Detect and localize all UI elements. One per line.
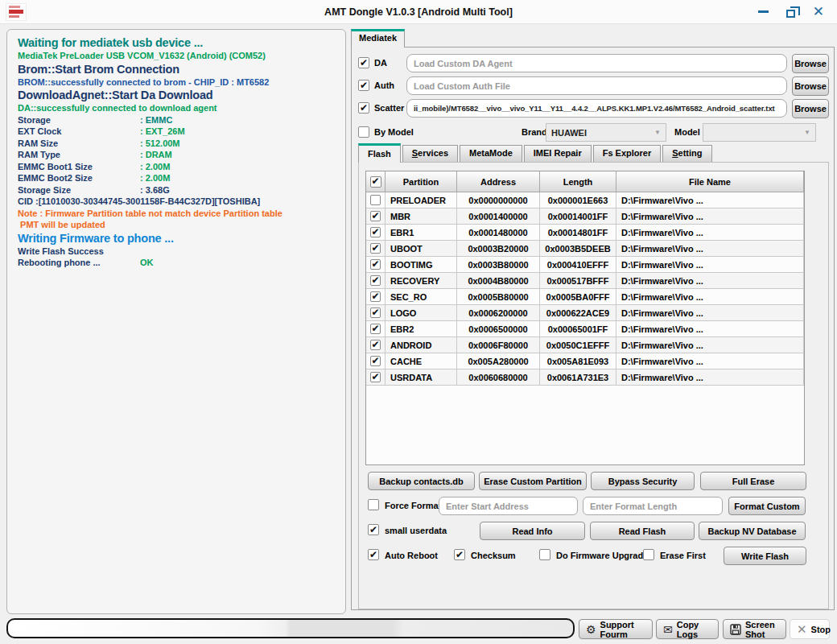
table-row: ✔EBR10x00014800000x00014801FFD:\Firmware… [366,225,804,241]
row-checkbox[interactable]: ✔ [370,356,381,366]
small-userdata-checkbox[interactable]: ✔ [368,524,379,535]
log-line: PMT will be updated [18,219,335,231]
row-checkbox[interactable]: ✔ [370,275,381,286]
table-row: ✔SEC_RO0x0005B800000x0005BA0FFFD:\Firmwa… [366,289,804,305]
log-line: EMMC Boot2 Size: 2.00M [18,172,335,184]
erase-first-checkbox[interactable] [643,549,654,560]
scatter-checkbox[interactable]: ✔ [358,102,369,114]
floppy-icon [730,624,741,635]
row-checkbox[interactable]: ✔ [370,324,381,334]
log-value: : 3.68G [140,184,170,196]
button-backup-nv-database[interactable]: Backup NV Database [699,522,806,540]
row-checkbox[interactable]: ✔ [370,259,381,270]
check-icon: ✔ [371,341,379,349]
select-all-checkbox[interactable]: ✔ [370,176,381,188]
tab-setting[interactable]: Setting [662,145,711,162]
button-stop[interactable]: ✕Stop [790,619,830,639]
da-checkbox[interactable]: ✔ [358,57,369,68]
partition-cell: CACHE [386,353,457,369]
button-copy-logs[interactable]: ✉Copy Logs [656,619,719,639]
check-icon: ✔ [371,308,379,316]
da-browse-button[interactable]: Browse [792,54,829,73]
length-cell: 0x000622ACE9 [540,305,616,321]
check-icon: ✔ [371,373,379,381]
table-header-row: ✔PartitionAddressLengthFile Name [366,171,804,192]
row-checkbox[interactable]: ✔ [370,227,381,237]
row-checkbox[interactable]: ✔ [370,211,381,221]
row-checkbox[interactable]: ✔ [370,308,381,318]
length-cell: 0x00014801FF [540,225,616,241]
tab-imei-repair[interactable]: IMEI Repair [524,145,592,162]
button-read-info[interactable]: Read Info [480,522,585,540]
by-model-checkbox[interactable] [358,126,369,138]
close-icon[interactable]: ✕ [813,5,824,19]
auth-input[interactable] [406,76,787,95]
do-firmware-upgrade-checkbox[interactable] [539,549,550,560]
check-icon: ✔ [371,276,379,284]
tab-fs-explorer[interactable]: Fs Explorer [593,145,662,162]
button-erase-custom-partition[interactable]: Erase Custom Partition [479,472,587,490]
partition-table: ✔PartitionAddressLengthFile NamePRELOADE… [365,171,805,465]
button-full-erase[interactable]: Full Erase [700,472,806,490]
force-format-checkbox[interactable] [368,499,379,510]
format-length-input[interactable] [583,497,723,515]
row-checkbox[interactable]: ✔ [370,372,381,382]
model-dropdown[interactable]: ▼ [703,123,816,142]
da-label: DA [374,58,387,68]
row-checkbox-cell: ✔ [366,273,386,289]
tab-metamode[interactable]: MetaMode [460,145,522,162]
tab-services[interactable]: Services [402,145,458,162]
button-support-fourm[interactable]: ⚙Support Fourm [579,619,653,639]
tab-mediatek[interactable]: Mediatek [351,29,405,47]
row-checkbox[interactable]: ✔ [370,243,381,254]
write-flash-button[interactable]: Write Flash [724,547,806,565]
file-name-cell: D:\Firmware\Vivo ... [616,273,804,289]
address-cell: 0x0005B80000 [457,289,540,305]
flash-tab-page: ✔PartitionAddressLengthFile NamePRELOADE… [358,162,829,609]
da-row: ✔ DA Browse [352,54,834,73]
length-cell: 0x005A81E093 [540,353,616,369]
scatter-browse-button[interactable]: Browse [792,99,829,118]
button-bypass-security[interactable]: Bypass Security [591,472,695,490]
brand-dropdown[interactable]: HUAWEI ▼ [546,123,666,142]
scatter-input[interactable] [406,99,787,118]
row-checkbox-cell: ✔ [366,337,386,353]
auto-reboot-checkbox[interactable]: ✔ [368,549,379,560]
log-line: Brom::Start Brom Connection [18,62,335,76]
button-backup-contacts-db[interactable]: Backup contacts.db [368,472,475,490]
statusbar-button-label: Screen Shot [745,620,779,639]
tab-flash[interactable]: Flash [358,143,401,163]
chevron-down-icon: ▼ [654,129,661,136]
format-custom-button[interactable]: Format Custom [728,497,806,515]
log-line: Storage: EMMC [18,114,335,126]
address-cell: 0x005A280000 [457,353,540,369]
partition-cell: PRELOADER [386,192,457,208]
row-checkbox[interactable]: ✔ [370,340,381,350]
file-name-cell: D:\Firmware\Vivo ... [616,257,804,273]
button-read-flash[interactable]: Read Flash [590,522,695,540]
minimize-icon[interactable] [758,10,769,13]
row-checkbox-cell: ✔ [366,353,386,369]
column-header: Address [457,171,540,192]
auth-browse-button[interactable]: Browse [792,76,829,96]
window-controls: ✕ [758,5,837,19]
button-screen-shot[interactable]: Screen Shot [723,619,786,639]
length-cell: 0x000517BFFF [540,273,616,289]
column-header: Partition [386,171,457,192]
da-input[interactable] [406,54,787,72]
auth-checkbox[interactable]: ✔ [358,80,369,91]
address-cell: 0x0060680000 [457,369,540,386]
model-label: Model [674,127,700,137]
file-name-cell: D:\Firmware\Vivo ... [616,337,804,353]
checksum-checkbox[interactable]: ✔ [454,549,465,560]
length-cell: 0x0003B5DEEB [540,241,616,257]
log-line: Write Flash Success [18,246,335,258]
restore-icon[interactable] [786,6,795,18]
row-checkbox[interactable] [370,195,381,205]
row-checkbox[interactable]: ✔ [370,291,381,302]
table-row: ✔ANDROID0x0006F800000x0050C1EFFFD:\Firmw… [366,337,804,353]
by-model-row: By Model Brand HUAWEI ▼ Model ▼ [352,123,834,142]
statusbar-button-label: Stop [811,625,831,634]
start-address-input[interactable] [439,497,578,515]
log-line: BROM::successfully connected to brom - C… [18,76,335,89]
